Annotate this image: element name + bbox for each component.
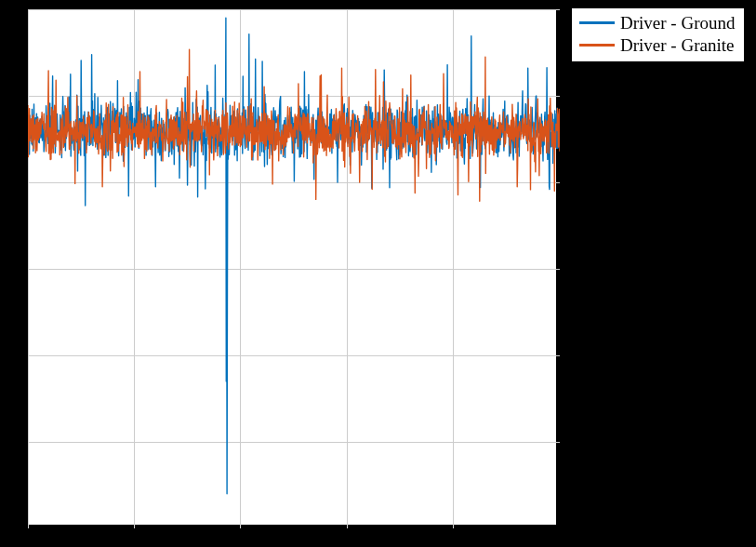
chart-svg [28,9,560,528]
legend-label: Driver - Ground [620,13,735,33]
series-driver-ground [28,18,560,494]
legend-item-ground: Driver - Ground [579,13,735,33]
chart-plot-area [26,7,558,527]
legend-item-granite: Driver - Granite [579,35,735,56]
chart-grid [28,9,560,528]
chart-legend: Driver - Ground Driver - Granite [571,7,745,62]
legend-swatch-ground [579,21,615,24]
legend-label: Driver - Granite [620,35,734,56]
legend-swatch-granite [579,44,615,47]
